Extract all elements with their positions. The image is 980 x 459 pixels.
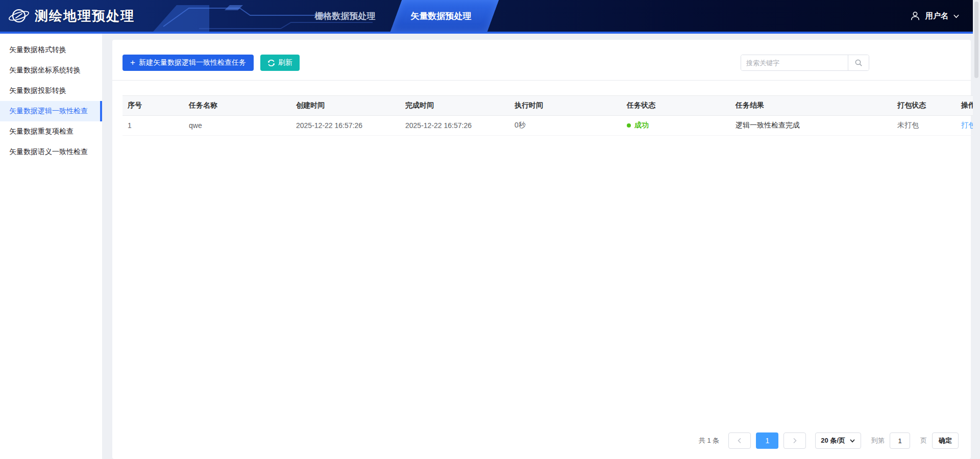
task-table-wrap: 序号 任务名称 创建时间 完成时间 执行时间 任务状态 任务结果 打包状态 操作… [122, 95, 961, 136]
search-box [741, 55, 869, 71]
tab-vector-preprocess[interactable]: 矢量数据预处理 [393, 0, 489, 32]
page-title: 测绘地理预处理 [35, 7, 135, 25]
app-header: 测绘地理预处理 栅格数据预处理 矢量数据预处理 用户名 [0, 0, 973, 34]
col-result: 任务结果 [730, 96, 892, 116]
create-task-button[interactable]: + 新建矢量数据逻辑一致性检查任务 [122, 55, 254, 71]
goto-prefix-label: 到第 [871, 436, 885, 445]
col-created-at: 创建时间 [291, 96, 400, 116]
sidebar: 矢量数据格式转换 矢量数据坐标系统转换 矢量数据投影转换 矢量数据逻辑一致性检查… [0, 34, 102, 459]
sidebar-item-duplicate-check[interactable]: 矢量数据重复项检查 [0, 121, 102, 142]
task-table: 序号 任务名称 创建时间 完成时间 执行时间 任务状态 任务结果 打包状态 操作… [122, 95, 980, 136]
plus-icon: + [130, 58, 135, 67]
cell-created-at: 2025-12-22 16:57:26 [291, 116, 400, 136]
confirm-button[interactable]: 确定 [932, 432, 959, 449]
cell-package-status: 未打包 [892, 116, 956, 136]
page-number-button[interactable]: 1 [756, 432, 778, 449]
status-badge: 成功 [627, 121, 649, 130]
chevron-down-icon [953, 13, 960, 19]
scrollbar-thumb[interactable] [974, 2, 978, 78]
content-card: + 新建矢量数据逻辑一致性检查任务 刷新 [112, 40, 971, 459]
user-menu[interactable]: 用户名 [910, 0, 960, 32]
top-nav-tabs: 栅格数据预处理 矢量数据预处理 [297, 0, 489, 32]
pagination-total: 共 1 条 [699, 436, 719, 445]
sidebar-item-format-conversion[interactable]: 矢量数据格式转换 [0, 40, 102, 60]
pagination: 共 1 条 1 20 条/页 到第 页 确定 [699, 432, 959, 449]
cell-status: 成功 [622, 116, 730, 136]
sidebar-item-logical-consistency-check[interactable]: 矢量数据逻辑一致性检查 [0, 101, 102, 121]
search-button[interactable] [848, 55, 869, 70]
chevron-left-icon [737, 438, 743, 444]
cell-result: 逻辑一致性检查完成 [730, 116, 892, 136]
sidebar-item-semantic-consistency-check[interactable]: 矢量数据语义一致性检查 [0, 142, 102, 162]
search-input[interactable] [741, 55, 848, 70]
logo-icon [8, 5, 30, 27]
user-name: 用户名 [925, 11, 948, 21]
sidebar-item-coordinate-conversion[interactable]: 矢量数据坐标系统转换 [0, 60, 102, 81]
user-icon [910, 10, 921, 21]
chevron-right-icon [792, 438, 798, 444]
page-size-select[interactable]: 20 条/页 [815, 432, 861, 449]
cell-finished-at: 2025-12-22 16:57:26 [400, 116, 509, 136]
table-header-row: 序号 任务名称 创建时间 完成时间 执行时间 任务状态 任务结果 打包状态 操作 [122, 96, 980, 116]
refresh-button[interactable]: 刷新 [260, 55, 300, 71]
goto-page-input[interactable] [890, 432, 910, 449]
search-icon [854, 59, 863, 67]
cell-index: 1 [122, 116, 184, 136]
refresh-icon [267, 59, 275, 67]
col-task-name: 任务名称 [184, 96, 291, 116]
col-index: 序号 [122, 96, 184, 116]
next-page-button[interactable] [783, 432, 806, 449]
col-duration: 执行时间 [509, 96, 622, 116]
cell-task-name: qwe [184, 116, 291, 136]
goto-suffix-label: 页 [920, 436, 927, 445]
app-logo: 测绘地理预处理 [8, 0, 135, 32]
cell-duration: 0秒 [509, 116, 622, 136]
select-chevron-down-icon [849, 438, 855, 444]
col-package-status: 打包状态 [892, 96, 956, 116]
col-status: 任务状态 [622, 96, 730, 116]
sidebar-item-projection-conversion[interactable]: 矢量数据投影转换 [0, 81, 102, 101]
table-row: 1 qwe 2025-12-22 16:57:26 2025-12-22 16:… [122, 116, 980, 136]
page-scrollbar[interactable] [973, 0, 980, 459]
status-dot-icon [627, 123, 631, 128]
tab-raster-preprocess[interactable]: 栅格数据预处理 [297, 0, 393, 32]
toolbar: + 新建矢量数据逻辑一致性检查任务 刷新 [112, 40, 971, 81]
col-finished-at: 完成时间 [400, 96, 509, 116]
prev-page-button[interactable] [728, 432, 751, 449]
